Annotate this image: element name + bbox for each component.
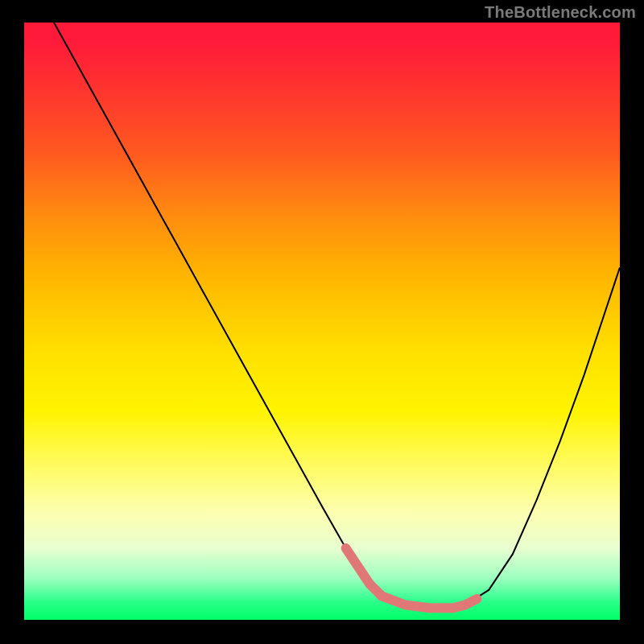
watermark-text: TheBottleneck.com xyxy=(485,3,636,22)
curve-overlay xyxy=(24,23,620,620)
bottleneck-curve xyxy=(54,23,620,608)
highlight-left xyxy=(346,548,382,596)
highlight-right xyxy=(453,599,477,608)
chart-frame: TheBottleneck.com xyxy=(0,0,644,644)
highlight-flat xyxy=(382,596,453,608)
plot-area xyxy=(24,23,620,620)
